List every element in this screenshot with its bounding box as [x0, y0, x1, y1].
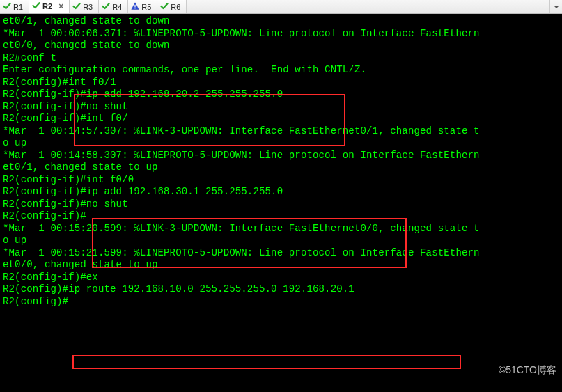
- terminal-line: et0/0, changed state to up: [3, 259, 559, 272]
- terminal-line: R2(config-if)#ex: [3, 272, 559, 284]
- warning-icon: [131, 2, 139, 12]
- svg-rect-0: [135, 4, 136, 7]
- terminal-line: *Mar 1 00:14:58.307: %LINEPROTO-5-UPDOWN…: [3, 150, 559, 162]
- tab-r3[interactable]: R3: [70, 0, 99, 13]
- terminal-line: R2(config-if)#no shut: [3, 101, 559, 113]
- terminal-line: R2(config-if)#no shut: [3, 198, 559, 211]
- check-icon: [72, 2, 81, 12]
- tab-bar: R1R2×R3R4R5R6: [0, 0, 562, 14]
- tab-label: R1: [13, 3, 23, 11]
- terminal-line: R2(config-if)#ip add 192.168.30.1 255.25…: [3, 186, 559, 198]
- terminal-line: R2(config)#ip route 192.168.10.0 255.255…: [3, 283, 559, 296]
- tab-r1[interactable]: R1: [0, 0, 29, 13]
- terminal-line: R2(config)#int f0/1: [3, 77, 559, 89]
- terminal-output[interactable]: et0/1, changed state to down*Mar 1 00:00…: [0, 14, 562, 392]
- terminal-line: R2#conf t: [3, 52, 559, 65]
- close-icon[interactable]: ×: [58, 2, 63, 10]
- terminal-line: *Mar 1 00:15:20.599: %LINK-3-UPDOWN: Int…: [3, 223, 559, 235]
- terminal-line: R2(config-if)#int f0/: [3, 113, 559, 125]
- tab-r6[interactable]: R6: [157, 0, 187, 13]
- check-icon: [160, 2, 169, 12]
- watermark: ©51CTO博客: [499, 364, 556, 377]
- terminal-line: o up: [3, 137, 559, 150]
- terminal-line: R2(config-if)#: [3, 210, 559, 223]
- terminal-line: *Mar 1 00:00:06.371: %LINEPROTO-5-UPDOWN…: [3, 28, 559, 40]
- terminal-line: et0/0, changed state to down: [3, 40, 559, 52]
- terminal-line: R2(config)#: [3, 296, 559, 308]
- check-icon: [3, 2, 11, 12]
- terminal-line: Enter configuration commands, one per li…: [3, 64, 559, 77]
- terminal-line: *Mar 1 00:14:57.307: %LINK-3-UPDOWN: Int…: [3, 125, 559, 138]
- terminal-line: et0/1, changed state to down: [3, 15, 559, 28]
- tab-r4[interactable]: R4: [99, 0, 128, 13]
- tab-r5[interactable]: R5: [128, 0, 157, 13]
- tab-label: R6: [171, 3, 180, 11]
- terminal-line: et0/1, changed state to up: [3, 162, 559, 174]
- svg-rect-1: [135, 8, 136, 8]
- tab-r2[interactable]: R2×: [29, 0, 70, 13]
- tab-label: R2: [42, 2, 52, 10]
- terminal-line: o up: [3, 235, 559, 247]
- check-icon: [32, 1, 40, 11]
- terminal-line: R2(config-if)#int f0/0: [3, 174, 559, 187]
- tab-overflow-button[interactable]: [549, 0, 562, 13]
- tab-label: R3: [83, 3, 93, 11]
- check-icon: [102, 2, 110, 12]
- tab-label: R5: [141, 3, 151, 11]
- terminal-line: R2(config-if)#ip add 192.168.20.2 255.25…: [3, 88, 559, 101]
- terminal-line: *Mar 1 00:15:21.599: %LINEPROTO-5-UPDOWN…: [3, 247, 559, 260]
- tab-label: R4: [112, 3, 122, 11]
